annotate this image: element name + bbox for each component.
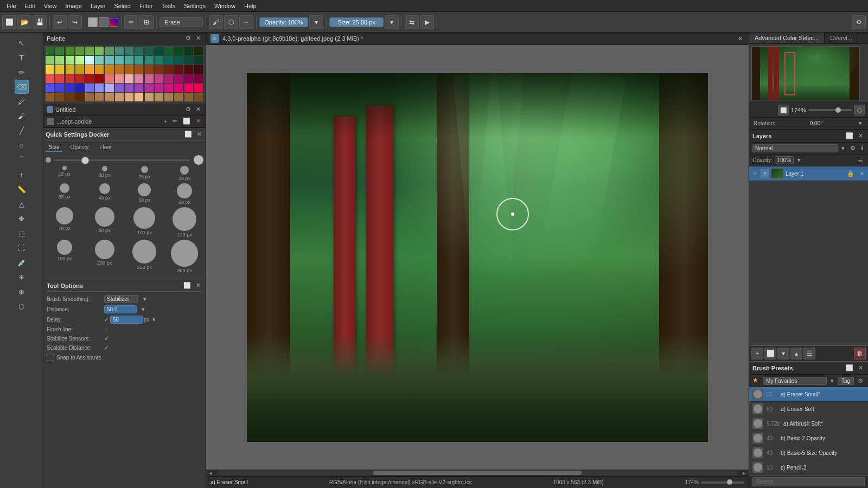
tool-text[interactable]: T <box>15 50 29 65</box>
swatch[interactable] <box>174 56 183 65</box>
layers-close-icon[interactable]: ✕ <box>857 132 865 140</box>
swatch[interactable] <box>174 65 183 74</box>
swatch[interactable] <box>66 65 74 74</box>
menu-select[interactable]: Select <box>110 2 135 10</box>
swatch[interactable] <box>95 47 104 55</box>
brush-filter-dropdown[interactable]: My Favorites <box>763 377 827 385</box>
swatch[interactable] <box>164 56 173 65</box>
filter-dropdown-icon[interactable]: ▾ <box>829 377 835 385</box>
swatch[interactable] <box>75 74 84 83</box>
swatch[interactable] <box>55 84 64 92</box>
swatch[interactable] <box>125 56 133 65</box>
delete-brush-btn[interactable]: ✕ <box>194 117 202 125</box>
swatch[interactable] <box>174 84 183 92</box>
swatch[interactable] <box>55 93 64 101</box>
swatch[interactable] <box>85 74 94 83</box>
brush-size-70[interactable]: 70 px <box>46 207 84 237</box>
brush-size-160[interactable]: 160 px <box>46 240 84 273</box>
brush-item-basic-5[interactable]: 40 b) Basic-5 Size Opacity <box>749 446 868 460</box>
tool-pen[interactable]: 🖊 <box>15 94 29 108</box>
swatch[interactable] <box>85 56 94 65</box>
swatch[interactable] <box>95 56 104 65</box>
tab-overview[interactable]: Overvi... <box>825 33 858 43</box>
swatch[interactable] <box>85 93 94 101</box>
grid-toggle[interactable]: ⊞ <box>139 15 154 29</box>
tool-select-rect[interactable]: ⬚ <box>15 226 29 240</box>
layer-visibility-icon[interactable]: 👁 <box>751 170 759 177</box>
blend-options-icon[interactable]: ⚙ <box>848 144 857 152</box>
swatch[interactable] <box>115 65 124 74</box>
swatch[interactable] <box>46 93 54 101</box>
tool-line[interactable]: ╱ <box>15 124 29 138</box>
layer-menu-btn[interactable]: ☰ <box>803 348 815 359</box>
swatch[interactable] <box>95 74 104 83</box>
opacity-value[interactable]: 100% <box>775 156 794 164</box>
swatch[interactable] <box>46 84 54 92</box>
distance-value[interactable]: 50.0 <box>104 305 137 313</box>
swatch[interactable] <box>75 65 84 74</box>
swatch[interactable] <box>184 84 193 92</box>
menu-window[interactable]: Window <box>210 2 240 10</box>
swatch[interactable] <box>55 47 64 55</box>
erase-full-btn[interactable]: ⬡ <box>224 15 238 29</box>
brush-toggle[interactable]: ✏ <box>124 15 138 29</box>
brush-size-20[interactable]: 20 px <box>86 166 124 181</box>
qs-close-icon[interactable]: ✕ <box>195 130 203 138</box>
swatch[interactable] <box>155 47 163 55</box>
tool-assistant[interactable]: ⊕ <box>15 285 29 299</box>
brush-size-thumb[interactable] <box>81 157 89 164</box>
save-button[interactable]: 💾 <box>33 15 47 29</box>
opacity-arrow-icon[interactable]: ▾ <box>796 156 802 164</box>
swatch[interactable] <box>155 93 163 101</box>
swatch[interactable] <box>115 93 124 101</box>
swatch[interactable] <box>115 47 124 55</box>
canvas-container[interactable] <box>206 45 749 470</box>
delay-value[interactable]: 50 <box>110 316 143 324</box>
settings-btn[interactable]: ⚙ <box>852 15 866 29</box>
finish-line-check[interactable]: ✓ <box>104 326 109 333</box>
swatch[interactable] <box>46 65 54 74</box>
brush-size-35[interactable]: 35 px <box>46 183 84 205</box>
bp-menu-icon[interactable]: ⚙ <box>856 377 865 385</box>
menu-file[interactable]: File <box>2 2 21 10</box>
brush-item-eraser-soft[interactable]: 60 a) Eraser Soft <box>749 402 868 416</box>
zoom-slider-thumb[interactable] <box>835 107 841 113</box>
tool-crop[interactable]: ⛶ <box>15 241 29 255</box>
redo-button[interactable]: ↪ <box>68 15 82 29</box>
swatch[interactable] <box>184 56 193 65</box>
stabilize-check[interactable]: ✓ <box>104 335 109 342</box>
menu-image[interactable]: Image <box>61 2 86 10</box>
foreground-color[interactable] <box>88 17 98 27</box>
zoom-slider[interactable] <box>808 109 852 111</box>
swatch[interactable] <box>55 74 64 83</box>
size-down[interactable]: ▾ <box>385 15 399 29</box>
zoom-slider-status[interactable] <box>701 481 744 484</box>
brush-item-eraser-small[interactable]: 25 a) Eraser Small* <box>749 387 868 402</box>
move-up-btn[interactable]: ▴ <box>790 348 802 359</box>
swatch[interactable] <box>66 47 74 55</box>
palette-settings-icon[interactable]: ⚙ <box>184 34 193 42</box>
brush-size-80[interactable]: 80 px <box>86 207 124 237</box>
menu-edit[interactable]: Edit <box>21 2 40 10</box>
size-control[interactable]: Size: 25.00 px <box>329 17 384 27</box>
tool-zoom[interactable]: + <box>15 168 29 182</box>
delete-layer-btn[interactable]: 🗑 <box>854 348 866 359</box>
swatch[interactable] <box>105 74 114 83</box>
swatch[interactable] <box>55 65 64 74</box>
snap-checkbox[interactable] <box>47 354 54 361</box>
blend-mode-dropdown[interactable]: Normal <box>752 144 838 152</box>
brush-item-airbrush-soft[interactable]: 5.72b a) Airbrush Soft* <box>749 416 868 431</box>
swatch[interactable] <box>115 84 124 92</box>
delay-check-icon[interactable]: ✓ <box>104 316 109 323</box>
tab-size[interactable]: Size <box>46 144 62 152</box>
qs-float-icon[interactable]: ⬜ <box>183 130 194 138</box>
new-button[interactable]: ⬜ <box>2 15 16 29</box>
brush-size-40[interactable]: 40 px <box>86 183 124 205</box>
swatch[interactable] <box>75 56 84 65</box>
add-layer-btn[interactable]: + <box>751 348 763 359</box>
tool-colorpick[interactable]: 💉 <box>15 255 29 269</box>
swatch[interactable] <box>66 74 74 83</box>
swatch[interactable] <box>95 65 104 74</box>
gradient-color[interactable] <box>110 18 118 27</box>
tab-flow[interactable]: Flow <box>96 144 114 152</box>
